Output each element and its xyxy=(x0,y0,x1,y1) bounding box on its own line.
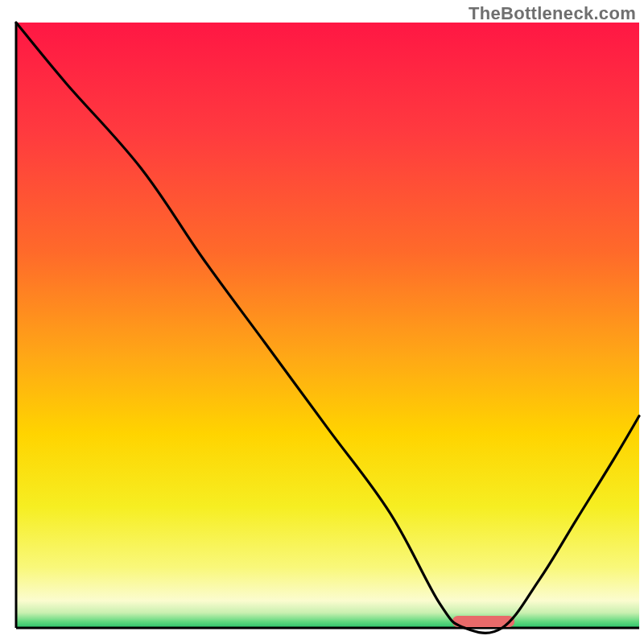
chart-container: TheBottleneck.com xyxy=(0,0,644,644)
bottleneck-chart xyxy=(0,0,644,644)
gradient-background xyxy=(16,23,639,628)
watermark-text: TheBottleneck.com xyxy=(469,3,636,24)
plot-area xyxy=(16,23,639,633)
